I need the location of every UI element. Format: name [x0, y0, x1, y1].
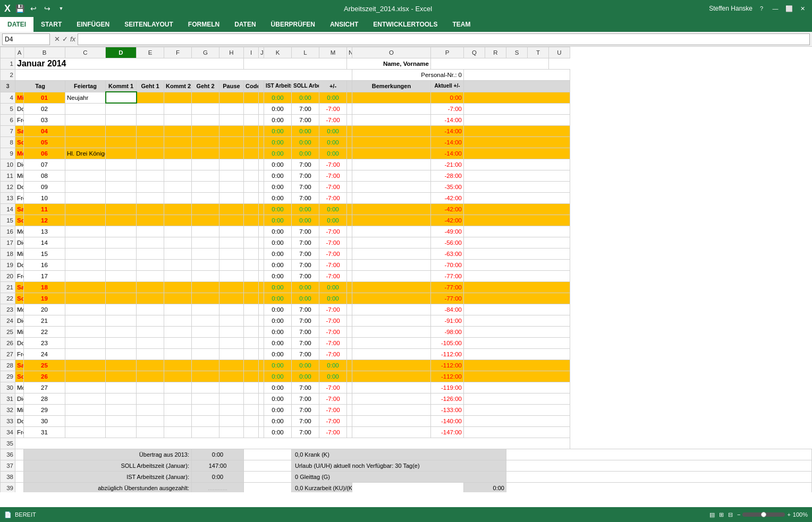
cell-p30[interactable]: -119:00 — [431, 382, 464, 393]
cell-jj24[interactable] — [259, 315, 264, 326]
cell-l31[interactable]: 7:00 — [292, 393, 319, 404]
cell-e8[interactable] — [106, 136, 137, 148]
cell-e11[interactable] — [106, 170, 137, 181]
col-header-h[interactable]: H — [219, 47, 244, 58]
cell-k28[interactable]: 0:00 — [264, 360, 292, 371]
cell-e22[interactable] — [106, 293, 137, 304]
cell-f28[interactable] — [137, 360, 164, 371]
cell-o13[interactable] — [352, 192, 431, 203]
cell-g18[interactable] — [164, 248, 192, 259]
cell-d24[interactable] — [65, 315, 106, 326]
cell-l26[interactable]: 7:00 — [292, 337, 319, 348]
cell-m12[interactable]: -7:00 — [319, 181, 347, 192]
cell-e9[interactable] — [106, 148, 137, 159]
cell-m22[interactable]: 0:00 — [319, 293, 347, 304]
cell-c21[interactable]: 18 — [24, 281, 65, 293]
cell-o9[interactable] — [352, 148, 431, 159]
cell-jj34[interactable] — [259, 426, 264, 438]
cell-g14[interactable] — [164, 203, 192, 215]
cell-c15[interactable]: 12 — [24, 215, 65, 226]
cell-c22[interactable]: 19 — [24, 293, 65, 304]
zoom-in-btn[interactable]: + — [787, 511, 790, 518]
cell-j34[interactable] — [244, 426, 259, 438]
cell-m4[interactable]: 0:00 — [319, 92, 347, 103]
cell-f27[interactable] — [137, 348, 164, 360]
cell-o34[interactable] — [352, 426, 431, 438]
cell-i11[interactable] — [219, 170, 244, 181]
cell-i7[interactable] — [219, 125, 244, 136]
cell-b17[interactable]: Dienstag — [15, 237, 24, 248]
cell-o26[interactable] — [352, 337, 431, 348]
cell-m11[interactable]: -7:00 — [319, 170, 347, 181]
cell-i23[interactable] — [219, 304, 244, 315]
cell-p22[interactable]: -77:00 — [431, 293, 464, 304]
cell-h21[interactable] — [192, 281, 219, 293]
maximize-btn[interactable]: ⬜ — [784, 4, 794, 13]
cell-g33[interactable] — [164, 415, 192, 426]
cell-l20[interactable]: 7:00 — [292, 270, 319, 281]
tab-formeln[interactable]: FORMELN — [181, 17, 227, 32]
cell-e10[interactable] — [106, 159, 137, 170]
confirm-formula-icon[interactable]: ✓ — [62, 35, 68, 43]
cell-c6[interactable]: 03 — [24, 114, 65, 125]
cell-j16[interactable] — [244, 226, 259, 237]
cell-jj32[interactable] — [259, 404, 264, 415]
cell-c25[interactable]: 22 — [24, 326, 65, 337]
cell-jj18[interactable] — [259, 248, 264, 259]
cell-g19[interactable] — [164, 259, 192, 270]
cell-p11[interactable]: -28:00 — [431, 170, 464, 181]
cell-m26[interactable]: -7:00 — [319, 337, 347, 348]
cell-h19[interactable] — [192, 259, 219, 270]
cell-jj23[interactable] — [259, 304, 264, 315]
view-layout-icon[interactable]: ⊞ — [719, 511, 724, 518]
cell-p31[interactable]: -126:00 — [431, 393, 464, 404]
cell-m20[interactable]: -7:00 — [319, 270, 347, 281]
cell-j25[interactable] — [244, 326, 259, 337]
cell-e32[interactable] — [106, 404, 137, 415]
cell-l29[interactable]: 0:00 — [292, 371, 319, 382]
cell-e12[interactable] — [106, 181, 137, 192]
cell-n18[interactable] — [347, 248, 352, 259]
cell-g30[interactable] — [164, 382, 192, 393]
cell-k11[interactable]: 0:00 — [264, 170, 292, 181]
cell-k31[interactable]: 0:00 — [264, 393, 292, 404]
cell-j26[interactable] — [244, 337, 259, 348]
cell-p20[interactable]: -77:00 — [431, 270, 464, 281]
cell-j12[interactable] — [244, 181, 259, 192]
cell-f34[interactable] — [137, 426, 164, 438]
cell-f12[interactable] — [137, 181, 164, 192]
cell-c30[interactable]: 27 — [24, 382, 65, 393]
cell-j30[interactable] — [244, 382, 259, 393]
cell-o12[interactable] — [352, 181, 431, 192]
cell-m17[interactable]: -7:00 — [319, 237, 347, 248]
cell-g15[interactable] — [164, 215, 192, 226]
cell-d13[interactable] — [65, 192, 106, 203]
cell-c5[interactable]: 02 — [24, 103, 65, 114]
cell-j23[interactable] — [244, 304, 259, 315]
undo-icon[interactable]: ↩ — [28, 3, 39, 14]
cell-i29[interactable] — [219, 371, 244, 382]
insert-function-icon[interactable]: fx — [70, 35, 75, 43]
cell-f32[interactable] — [137, 404, 164, 415]
cell-p25[interactable]: -98:00 — [431, 326, 464, 337]
col-header-a[interactable]: A — [15, 47, 24, 58]
cell-n22[interactable] — [347, 293, 352, 304]
cell-h6[interactable] — [192, 114, 219, 125]
cell-e23[interactable] — [106, 304, 137, 315]
cell-g9[interactable] — [164, 148, 192, 159]
cell-d8[interactable] — [65, 136, 106, 148]
cell-g13[interactable] — [164, 192, 192, 203]
tab-einfuegen[interactable]: EINFÜGEN — [69, 17, 117, 32]
cell-o14[interactable] — [352, 203, 431, 215]
cell-c23[interactable]: 20 — [24, 304, 65, 315]
tab-entwicklertools[interactable]: ENTWICKLERTOOLS — [366, 17, 445, 32]
cell-j15[interactable] — [244, 215, 259, 226]
cell-b12[interactable]: Donnerstag — [15, 181, 24, 192]
cell-l19[interactable]: 7:00 — [292, 259, 319, 270]
cell-p28[interactable]: -112:00 — [431, 360, 464, 371]
cell-jj27[interactable] — [259, 348, 264, 360]
cell-b20[interactable]: Freitag — [15, 270, 24, 281]
cell-c4[interactable]: 01 — [24, 92, 65, 103]
cell-e20[interactable] — [106, 270, 137, 281]
cell-p29[interactable]: -112:00 — [431, 371, 464, 382]
